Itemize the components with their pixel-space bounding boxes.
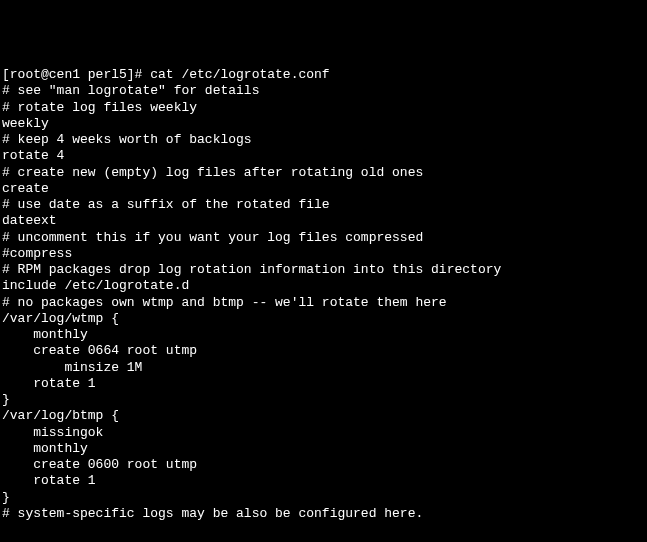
output-line: include /etc/logrotate.d (2, 278, 645, 294)
output-line: # see "man logrotate" for details (2, 83, 645, 99)
output-line: rotate 4 (2, 148, 645, 164)
output-line: } (2, 392, 645, 408)
output-line: /var/log/wtmp { (2, 311, 645, 327)
output-line: #compress (2, 246, 645, 262)
output-line: } (2, 490, 645, 506)
output-line: # create new (empty) log files after rot… (2, 165, 645, 181)
output-line: # no packages own wtmp and btmp -- we'll… (2, 295, 645, 311)
shell-prompt: [root@cen1 perl5]# (2, 67, 150, 82)
output-line: monthly (2, 441, 645, 457)
command-line[interactable]: [root@cen1 perl5]# cat /etc/logrotate.co… (2, 67, 645, 83)
output-line: create 0664 root utmp (2, 343, 645, 359)
output-line: # system-specific logs may be also be co… (2, 506, 645, 522)
command-text: cat /etc/logrotate.conf (150, 67, 329, 82)
output-line: # RPM packages drop log rotation informa… (2, 262, 645, 278)
output-line: /var/log/btmp { (2, 408, 645, 424)
output-line: rotate 1 (2, 473, 645, 489)
output-line: # uncomment this if you want your log fi… (2, 230, 645, 246)
output-line: # rotate log files weekly (2, 100, 645, 116)
output-line: missingok (2, 425, 645, 441)
output-line: # keep 4 weeks worth of backlogs (2, 132, 645, 148)
output-line: weekly (2, 116, 645, 132)
output-line: monthly (2, 327, 645, 343)
output-line: dateext (2, 213, 645, 229)
output-line: # use date as a suffix of the rotated fi… (2, 197, 645, 213)
output-line: create 0600 root utmp (2, 457, 645, 473)
output-line: create (2, 181, 645, 197)
terminal-output: [root@cen1 perl5]# cat /etc/logrotate.co… (2, 67, 645, 522)
output-line: minsize 1M (2, 360, 645, 376)
output-line: rotate 1 (2, 376, 645, 392)
